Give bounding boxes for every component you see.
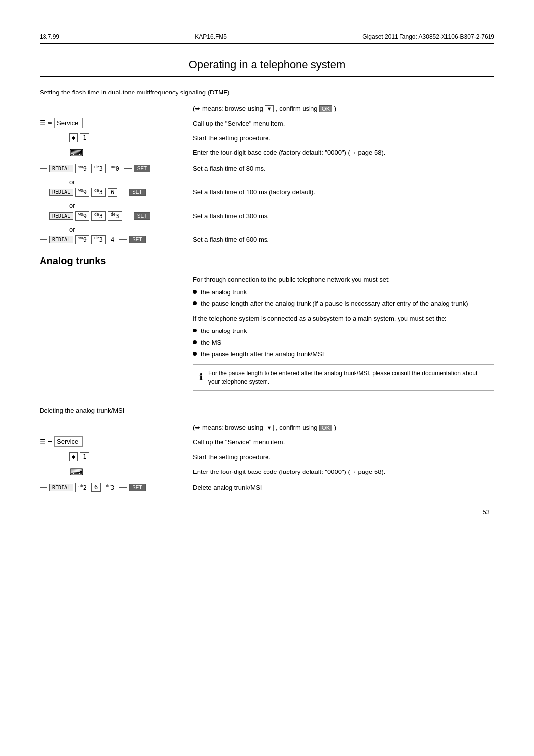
set-btn-del: SET [129,484,145,491]
block-grid-icon-2: ⌨ Enter the four-digit base code (factor… [40,466,494,478]
left-col-delete: REDIAL ab2 6 de3 SET [40,482,178,493]
hash1-row: ✱ 1 [69,133,178,142]
analog-intro-right: For through connection to the public tel… [193,274,494,396]
num-1-key-2: 1 [80,452,89,461]
browse-hint-prefix: (➥ means: browse using [193,105,263,112]
browse-hint-close: ) [334,105,336,112]
enter-code-text-1: Enter the four-digit base code (factory … [193,147,494,159]
key-3-del: de3 [103,483,117,492]
bullet-item-1: the analog trunk [193,287,494,297]
note-text: For the pause length to be entered after… [208,369,488,386]
block-subsection: Deleting the analog trunk/MSI [40,400,494,418]
block-service-2: ☰ ➥ Service Call up the "Service" menu i… [40,436,494,447]
delete-text: Delete analog trunk/MSI [193,482,494,493]
analog-para1: For through connection to the public tel… [193,275,494,284]
left-col-flash300: REDIAL wo9 de3 de3 SET [40,210,178,222]
left-col-flash600: REDIAL wo9 de3 4 SET [40,234,178,245]
call-service-text-1: Call up the "Service" menu item. [193,118,494,129]
arrow-right-2: ➥ [48,438,52,445]
service-label-2: Service [57,438,78,445]
redial-btn-80: REDIAL [49,165,73,172]
right-col-subsection [193,400,494,418]
left-col-browse2 [40,422,178,433]
page-number: 53 [40,508,494,516]
connector-80 [40,168,47,169]
connector-100b [119,192,127,192]
bullet-dot-4 [193,340,197,344]
connector-300b [124,216,132,216]
key-4-600: 4 [108,236,117,244]
left-col-grid-2: ⌨ [40,466,178,478]
arrow-right-1: ➥ [48,120,52,126]
menu-icon-1: ☰ [40,119,46,127]
block-grid-icon-1: ⌨ Enter the four-digit base code (factor… [40,147,494,159]
analog-bullets-2: the analog trunk the MSI the pause lengt… [193,326,494,359]
header-left: 18.7.99 [40,33,59,40]
set-btn-600: SET [129,236,145,243]
key-9-100: wo9 [75,188,89,197]
connector-300 [40,216,47,216]
or-3: or [69,226,494,233]
key-3b-300: de3 [108,211,122,221]
note-box: ℹ For the pause length to be entered aft… [193,364,494,391]
connector-600 [40,239,47,240]
analog-para2: If the telephone system is connected as … [193,314,494,324]
redial-btn-100: REDIAL [49,189,73,196]
bullet-text-4: the MSI [201,338,223,348]
block-flash600: REDIAL wo9 de3 4 SET Set a flash time of… [40,234,494,245]
start-setting-text-1: Start the setting procedure. [193,132,494,143]
section1-intro: Setting the flash time in dual-tone mult… [40,89,494,96]
page-header: 18.7.99 KAP16.FM5 Gigaset 2011 Tango: A3… [40,30,494,44]
browse-hint-close-2: ) [334,424,336,431]
service-menu-item-2: Service [54,436,83,447]
key-9-300: wo9 [75,211,89,221]
delete-keys: REDIAL ab2 6 de3 SET [40,483,178,492]
ok-button-hint: OK [319,105,332,112]
block-delete: REDIAL ab2 6 de3 SET Delete analog trunk… [40,482,494,493]
service-label-1: Service [57,119,78,127]
or-1: or [69,178,494,186]
connector-80b [124,168,132,169]
browse-hint-confirm-2: , confirm using [276,424,318,431]
left-col-analog-intro [40,274,178,396]
left-col-subsection: Deleting the analog trunk/MSI [40,400,178,418]
connector-del [40,487,47,488]
set-btn-80: SET [134,165,150,172]
flash600-keys: REDIAL wo9 de3 4 SET [40,235,178,244]
key-3-80: de3 [91,164,106,173]
connector-600b [119,239,127,240]
bullet-dot-2 [193,301,197,305]
left-col-hash1-2: ✱ 1 [40,451,178,462]
hash-key-2: ✱ [69,452,78,461]
flash600-text: Set a flash time of 600 ms. [193,234,494,245]
connector-100 [40,192,47,192]
grid-icon-row-2: ⌨ [69,466,178,478]
bullet-item-2: the pause length after the analog trunk … [193,299,494,309]
service-menu-row-1: ☰ ➥ Service [40,118,178,128]
block-hash1-2: ✱ 1 Start the setting procedure. [40,451,494,462]
browse-hint-text: (➥ means: browse using ▼ , confirm using… [193,103,494,114]
left-col-flash100: REDIAL wo9 de3 6 SET [40,187,178,198]
key-3a-300: de3 [91,211,106,221]
bullet-text-2: the pause length after the analog trunk … [201,299,468,309]
header-right: Gigaset 2011 Tango: A30852-X1106-B307-2-… [362,33,494,40]
analog-bullets-1: the analog trunk the pause length after … [193,287,494,309]
block-flash300: REDIAL wo9 de3 de3 SET Set a flash time … [40,210,494,222]
key-9-80: wo9 [75,164,89,173]
left-col-service-1: ☰ ➥ Service [40,118,178,129]
key-9-600: wo9 [75,235,89,244]
hash-key-1: ✱ [69,133,78,142]
num-1-key: 1 [80,133,89,142]
flash80-text: Set a flash time of 80 ms. [193,163,494,174]
grid-icon-2: ⌨ [69,467,84,477]
bullet-item-4: the MSI [193,338,494,348]
flash100-keys: REDIAL wo9 de3 6 SET [40,188,178,197]
key-0-80: o∞0 [108,164,122,173]
key-6-100: 6 [108,188,117,197]
browse-hint-text-2: (➥ means: browse using ▼ , confirm using… [193,422,494,433]
flash100-text: Set a flash time of 100 ms (factory defa… [193,187,494,198]
bullet-dot-5 [193,352,197,356]
redial-btn-del: REDIAL [49,484,73,491]
header-center: KAP16.FM5 [195,33,227,40]
block-flash80: REDIAL wo9 de3 o∞0 SET Set a flash time … [40,163,494,174]
